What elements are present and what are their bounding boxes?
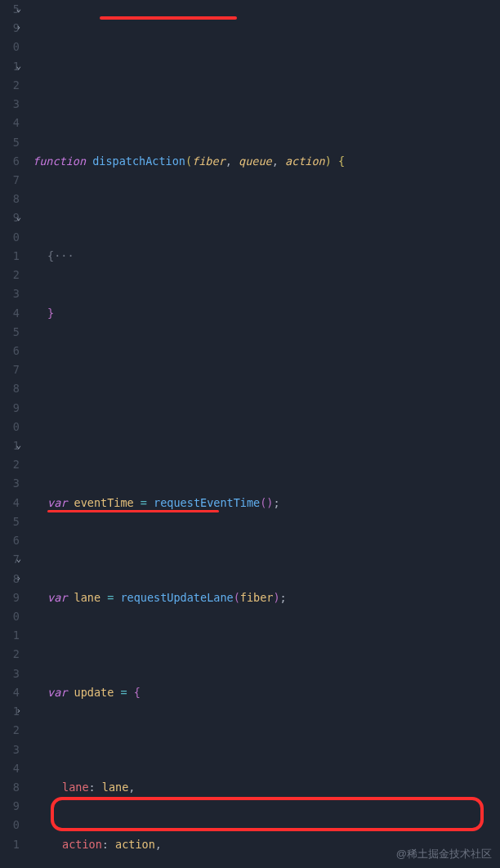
line-number: 5⌄ xyxy=(0,0,20,19)
code-line-blank[interactable] xyxy=(33,399,500,418)
chevron-right-icon[interactable]: › xyxy=(10,704,21,715)
line-number: 7 xyxy=(0,171,20,190)
line-number: 7 xyxy=(0,360,20,379)
line-number: 3 xyxy=(0,284,20,303)
chevron-down-icon[interactable]: ⌄ xyxy=(10,210,21,221)
line-number: 1 xyxy=(0,835,20,854)
code-line[interactable]: } xyxy=(33,304,500,323)
line-number: 9› xyxy=(0,19,20,38)
line-number: 6 xyxy=(0,531,20,550)
code-editor[interactable]: 5⌄9›01⌄23456789⌄012345678901⌄234567⌄8›90… xyxy=(0,0,500,868)
chevron-down-icon[interactable]: ⌄ xyxy=(10,2,21,13)
line-number: 0 xyxy=(0,228,20,247)
line-number: 0 xyxy=(0,418,20,436)
gutter: 5⌄9›01⌄23456789⌄012345678901⌄234567⌄8›90… xyxy=(0,0,23,868)
line-number: 8 xyxy=(0,379,20,398)
line-number: 1⌄ xyxy=(0,436,20,455)
line-number: 1 xyxy=(0,247,20,266)
code-line[interactable]: lane: lane, xyxy=(33,778,500,797)
line-number: 2 xyxy=(0,721,20,740)
line-number: 0 xyxy=(0,816,20,834)
line-number: 2 xyxy=(0,266,20,284)
line-number: 9 xyxy=(0,588,20,607)
line-number: 1⌄ xyxy=(0,57,20,76)
chevron-right-icon[interactable]: › xyxy=(10,20,21,32)
line-number: 4 xyxy=(0,683,20,702)
line-number: 1 xyxy=(0,626,20,645)
line-number: 1› xyxy=(0,702,20,721)
line-number: 4 xyxy=(0,759,20,778)
code-line[interactable]: var lane = requestUpdateLane(fiber); xyxy=(33,588,500,607)
line-number: 3 xyxy=(0,740,20,759)
chevron-right-icon[interactable]: › xyxy=(10,571,21,583)
line-number: 2 xyxy=(0,645,20,664)
code-line[interactable]: function dispatchAction(fiber, queue, ac… xyxy=(33,152,500,171)
line-number: 5 xyxy=(0,133,20,152)
watermark: @稀土掘金技术社区 xyxy=(396,845,492,863)
chevron-down-icon[interactable]: ⌄ xyxy=(10,59,21,70)
highlight-underline-2 xyxy=(47,510,219,512)
function-name: dispatchAction xyxy=(92,154,185,168)
chevron-down-icon[interactable]: ⌄ xyxy=(10,552,21,563)
line-number: 4 xyxy=(0,304,20,323)
line-number: 3 xyxy=(0,474,20,493)
line-number: 6 xyxy=(0,152,20,171)
chevron-down-icon[interactable]: ⌄ xyxy=(10,438,21,450)
line-number: 8 xyxy=(0,190,20,208)
line-number: 0 xyxy=(0,38,20,56)
code-line[interactable]: var update = { xyxy=(33,683,500,702)
highlight-underline-1 xyxy=(100,16,237,20)
line-number: 8 xyxy=(0,778,20,797)
line-number: 9⌄ xyxy=(0,208,20,227)
line-number: 7⌄ xyxy=(0,550,20,569)
line-number: 3 xyxy=(0,664,20,683)
line-number: 5 xyxy=(0,323,20,342)
line-number: 4 xyxy=(0,494,20,512)
line-number: 9 xyxy=(0,399,20,418)
line-number: 2 xyxy=(0,76,20,95)
code-area[interactable]: function dispatchAction(fiber, queue, ac… xyxy=(23,0,500,868)
line-number: 3 xyxy=(0,95,20,114)
line-number: 4 xyxy=(0,114,20,132)
line-number: 2 xyxy=(0,455,20,474)
line-number: 8› xyxy=(0,570,20,588)
line-number: 6 xyxy=(0,342,20,360)
highlight-box xyxy=(51,797,484,831)
keyword-function: function xyxy=(33,154,86,168)
line-number: 9 xyxy=(0,797,20,816)
code-line-folded[interactable]: {··· xyxy=(33,247,500,266)
line-number: 5 xyxy=(0,512,20,531)
line-number: 0 xyxy=(0,607,20,626)
